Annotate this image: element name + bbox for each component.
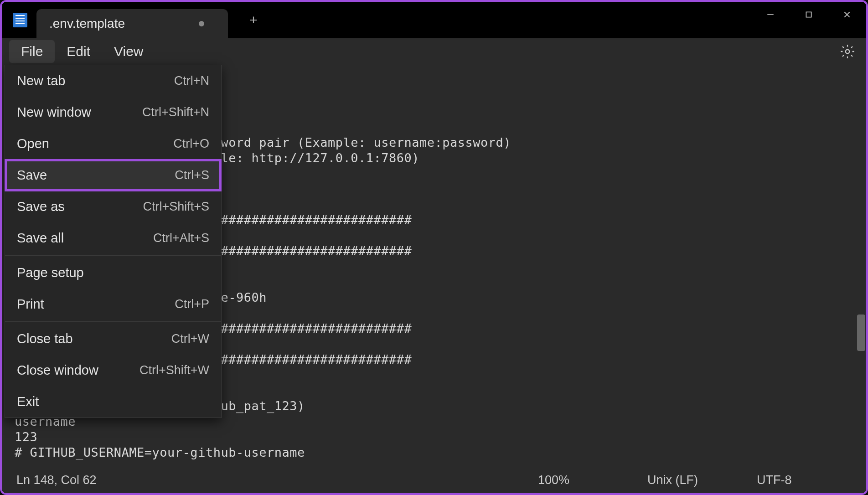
menu-page-setup[interactable]: Page setup [5,257,221,289]
status-encoding[interactable]: UTF-8 [757,473,866,487]
menu-label: Print [17,297,44,312]
menu-label: Open [17,136,49,151]
tab-title: .env.template [49,16,125,31]
menu-shortcut: Ctrl+Shift+S [143,200,209,214]
menu-label: Exit [17,394,39,409]
menu-label: Save [17,168,47,183]
menu-divider [5,321,221,322]
status-zoom[interactable]: 100% [538,473,647,487]
menu-label: New window [17,105,91,120]
menubar: File Edit View [2,38,866,65]
menu-save-as[interactable]: Save as Ctrl+Shift+S [5,191,221,222]
menu-exit[interactable]: Exit [5,386,221,418]
close-button[interactable] [828,2,866,27]
menu-shortcut: Ctrl+O [173,137,209,151]
file-menu-dropdown: New tab Ctrl+N New window Ctrl+Shift+N O… [5,65,222,418]
statusbar: Ln 148, Col 62 100% Unix (LF) UTF-8 [2,467,866,493]
menu-label: Page setup [17,265,84,280]
menu-new-tab[interactable]: New tab Ctrl+N [5,65,221,97]
minimize-button[interactable] [751,2,790,27]
window-controls [751,2,866,27]
menu-save[interactable]: Save Ctrl+S [5,160,221,191]
menu-divider [5,255,221,256]
menu-edit[interactable]: Edit [55,40,102,63]
menu-close-window[interactable]: Close window Ctrl+Shift+W [5,355,221,386]
svg-point-4 [846,50,850,54]
menu-open[interactable]: Open Ctrl+O [5,128,221,160]
menu-label: Close tab [17,331,73,346]
settings-button[interactable] [840,44,855,61]
new-tab-button[interactable]: + [244,11,263,29]
menu-view[interactable]: View [102,40,155,63]
menu-shortcut: Ctrl+Shift+W [140,363,209,377]
scrollbar-thumb[interactable] [857,315,865,351]
menu-label: Save all [17,231,64,246]
menu-close-tab[interactable]: Close tab Ctrl+W [5,323,221,355]
menu-file[interactable]: File [9,40,55,63]
menu-shortcut: Ctrl+P [175,297,209,311]
menu-label: New tab [17,73,65,88]
svg-rect-1 [806,12,811,17]
app-icon [13,13,27,27]
menu-new-window[interactable]: New window Ctrl+Shift+N [5,97,221,128]
menu-shortcut: Ctrl+Alt+S [153,231,209,245]
menu-print[interactable]: Print Ctrl+P [5,289,221,320]
menu-label: Close window [17,363,98,378]
tab-modified-indicator [199,21,204,26]
titlebar: .env.template + [2,2,866,38]
menu-shortcut: Ctrl+N [174,74,209,88]
menu-shortcut: Ctrl+S [175,168,209,182]
maximize-button[interactable] [790,2,828,27]
menu-shortcut: Ctrl+Shift+N [142,105,209,119]
status-position[interactable]: Ln 148, Col 62 [2,473,538,487]
menu-shortcut: Ctrl+W [171,332,209,346]
status-line-ending[interactable]: Unix (LF) [647,473,757,487]
menu-label: Save as [17,199,65,214]
document-tab[interactable]: .env.template [36,9,228,38]
menu-save-all[interactable]: Save all Ctrl+Alt+S [5,222,221,254]
